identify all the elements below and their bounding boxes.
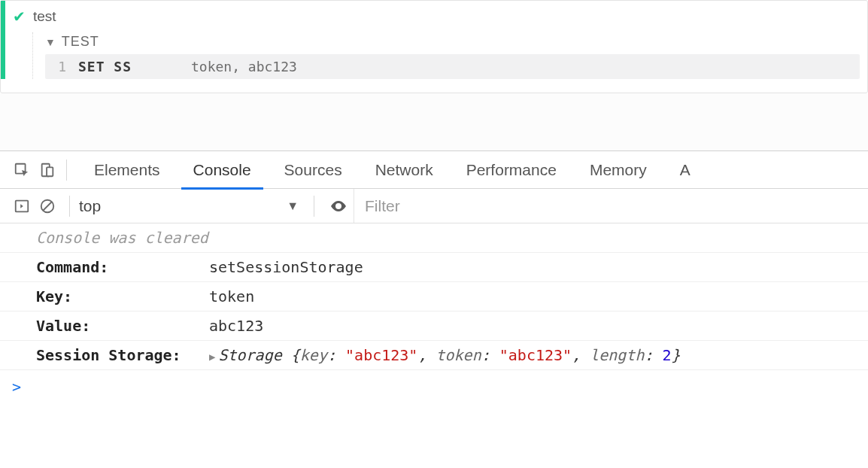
device-toggle-icon[interactable] [35,157,60,183]
console-toolbar: top ▼ [0,189,868,223]
row-label: Value: [36,317,209,335]
row-value: abc123 [209,317,263,335]
caret-down-icon: ▼ [287,199,299,213]
tab-network[interactable]: Network [359,151,450,189]
row-label: Session Storage: [36,346,209,364]
storage-object[interactable]: ▶Storage {key: "abc123", token: "abc123"… [209,346,681,364]
console-output: Console was cleared Command: setSessionS… [0,223,868,370]
command-lineno: 1 [48,59,78,74]
tab-memory[interactable]: Memory [573,151,663,189]
svg-line-5 [44,202,52,210]
context-label: top [79,197,101,215]
tab-overflow[interactable]: A [663,151,690,189]
console-row-value: Value: abc123 [0,311,868,341]
divider [66,160,67,181]
test-block-header[interactable]: ▼ TEST [45,32,860,54]
tab-sources[interactable]: Sources [268,151,359,189]
command-name: SET SS [78,59,191,74]
devtools-tabbar: Elements Console Sources Network Perform… [0,151,868,189]
console-row-session-storage: Session Storage: ▶Storage {key: "abc123"… [0,341,868,370]
tab-console[interactable]: Console [177,151,268,189]
console-cleared-message: Console was cleared [0,223,868,253]
command-args: token, abc123 [191,59,297,74]
test-title-row[interactable]: ✔ test [13,7,860,32]
sidebar-toggle-icon[interactable] [9,193,35,219]
context-select[interactable]: top ▼ [79,197,305,215]
caret-down-icon: ▼ [45,36,56,48]
row-value: token [209,287,254,305]
cleared-text: Console was cleared [36,229,208,247]
filter-input[interactable] [354,189,868,223]
object-type: Storage [218,346,281,364]
console-prompt[interactable]: > [0,370,868,396]
row-label: Key: [36,287,209,305]
svg-rect-2 [47,167,53,176]
svg-point-6 [337,205,340,208]
spacer [0,93,868,150]
tab-performance[interactable]: Performance [450,151,573,189]
console-row-key: Key: token [0,282,868,311]
clear-console-icon[interactable] [35,193,60,219]
row-value: setSessionStorage [209,258,363,276]
check-icon: ✔ [13,9,26,24]
devtools: Elements Console Sources Network Perform… [0,150,868,396]
divider [314,196,314,217]
command-row[interactable]: 1 SET SS token, abc123 [45,54,860,79]
tab-elements[interactable]: Elements [77,151,177,189]
expand-icon[interactable]: ▶ [209,351,215,363]
test-block-label: TEST [62,34,99,50]
divider [69,196,70,217]
inspect-icon[interactable] [9,157,35,183]
console-row-command: Command: setSessionStorage [0,253,868,282]
test-title: test [33,8,56,25]
live-expression-icon[interactable] [323,197,354,215]
test-runner-panel: ✔ test ▼ TEST 1 SET SS token, abc123 [0,0,868,93]
row-label: Command: [36,258,209,276]
prompt-caret: > [12,378,21,396]
